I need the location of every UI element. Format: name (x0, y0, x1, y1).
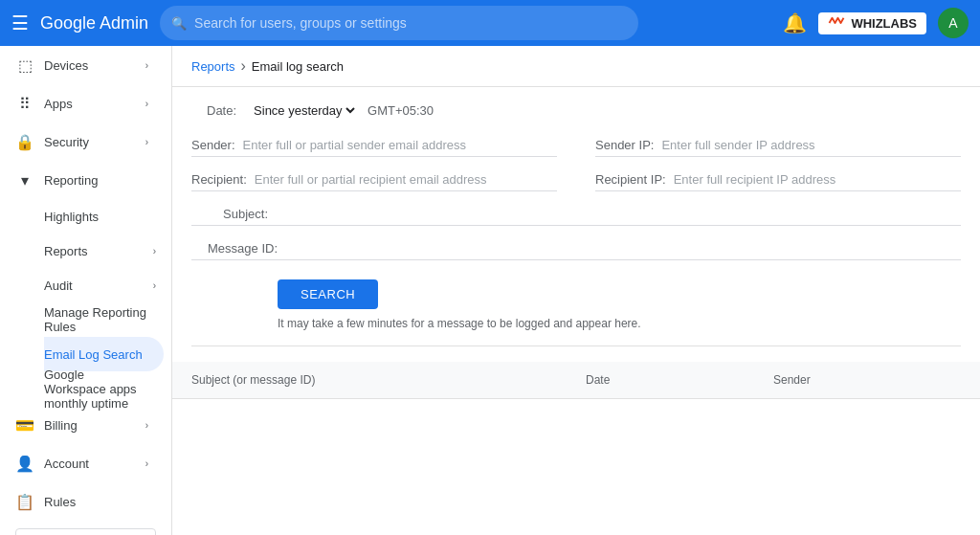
results-divider (191, 346, 961, 346)
bell-icon[interactable]: 🔔 (783, 11, 807, 34)
whizlabs-label: WHIZLABS (851, 16, 917, 31)
main-content: Reports › Email log search Date: Since y… (172, 46, 980, 535)
sender-ip-field: Sender IP: (595, 138, 961, 157)
recipient-input[interactable] (255, 172, 557, 187)
breadcrumb-parent[interactable]: Reports (191, 59, 235, 74)
security-icon: 🔒 (15, 133, 34, 151)
sidebar-item-devices[interactable]: ⬚ Devices › (0, 46, 164, 84)
sidebar-item-reporting[interactable]: ▾ Reporting (0, 161, 164, 199)
date-row: Date: Since yesterday Last 7 days Last 3… (191, 102, 961, 119)
date-select[interactable]: Since yesterday Last 7 days Last 30 days… (250, 102, 358, 119)
reporting-icon: ▾ (15, 171, 34, 189)
chevron-right-icon: › (153, 246, 156, 256)
date-label: Date: (207, 103, 236, 118)
sidebar: ⬚ Devices › ⠿ Apps › 🔒 Security › ▾ Repo… (0, 46, 172, 535)
date-dropdown[interactable]: Since yesterday Last 7 days Last 30 days… (250, 102, 358, 119)
recipient-label: Recipient: (191, 172, 247, 187)
breadcrumb-separator: › (241, 57, 246, 75)
recipient-ip-label: Recipient IP: (595, 172, 666, 187)
rules-icon: 📋 (15, 493, 34, 511)
results-header: Subject (or message ID) Date Sender (172, 362, 980, 399)
devices-icon: ⬚ (15, 56, 34, 75)
timezone-label: GMT+05:30 (368, 103, 434, 118)
sidebar-item-highlights[interactable]: Highlights (44, 199, 164, 234)
email-log-form: Date: Since yesterday Last 7 days Last 3… (172, 87, 980, 362)
subject-row: Subject: (191, 207, 961, 226)
chevron-right-icon: › (145, 99, 148, 109)
sender-label: Sender: (191, 138, 235, 152)
col-subject-header: Subject (or message ID) (191, 373, 567, 387)
chevron-right-icon: › (145, 137, 148, 147)
show-less-button[interactable]: Show less (15, 528, 156, 535)
chevron-right-icon: › (145, 458, 148, 469)
recipient-field-group: Recipient: (191, 172, 557, 191)
breadcrumb: Reports › Email log search (172, 46, 980, 87)
sidebar-item-reports[interactable]: Reports › (44, 234, 164, 268)
recipient-ip-field: Recipient IP: (595, 172, 961, 191)
sender-field: Sender: (191, 138, 557, 157)
search-icon: 🔍 (171, 16, 187, 31)
account-icon: 👤 (15, 455, 34, 473)
col-date-header: Date (567, 373, 773, 387)
search-hint: It may take a few minutes for a message … (278, 317, 961, 330)
sender-input[interactable] (243, 138, 557, 152)
sidebar-item-account[interactable]: 👤 Account › (0, 444, 164, 482)
message-id-row: Message ID: (191, 241, 961, 260)
sidebar-item-manage-reporting-rules[interactable]: Manage Reporting Rules (44, 302, 164, 337)
message-id-input[interactable] (285, 241, 961, 256)
apps-icon: ⠿ (15, 95, 34, 113)
whizlabs-badge: WHIZLABS (818, 12, 926, 34)
sender-ip-input[interactable] (661, 138, 961, 152)
search-bar[interactable]: 🔍 (160, 6, 638, 40)
menu-icon[interactable]: ☰ (11, 11, 29, 34)
whizlabs-logo-icon (828, 16, 845, 30)
message-id-label: Message ID: (191, 241, 278, 256)
header-actions: 🔔 WHIZLABS A (783, 8, 969, 38)
logo-text: Google Admin (40, 13, 148, 33)
user-avatar[interactable]: A (938, 8, 969, 38)
sidebar-item-apps[interactable]: ⠿ Apps › (0, 84, 164, 123)
main-layout: ⬚ Devices › ⠿ Apps › 🔒 Security › ▾ Repo… (0, 46, 980, 535)
sidebar-item-google-workspace-apps[interactable]: Google Workspace apps monthly uptime (44, 371, 164, 406)
sidebar-item-billing[interactable]: 💳 Billing › (0, 406, 164, 444)
sidebar-item-rules[interactable]: 📋 Rules (0, 482, 164, 521)
recipient-ip-input[interactable] (674, 172, 961, 187)
sender-ip-label: Sender IP: (595, 138, 654, 152)
sidebar-item-audit[interactable]: Audit › (44, 268, 164, 302)
recipient-ip-field-group: Recipient IP: (595, 172, 961, 191)
col-sender-header: Sender (773, 373, 961, 387)
recipient-row: Recipient: Recipient IP: (191, 172, 961, 191)
chevron-right-icon: › (145, 420, 148, 431)
reporting-subnav: Highlights Reports › Audit › Manage Repo… (0, 199, 171, 406)
app-logo: Google Admin (40, 13, 148, 33)
sender-field-group: Sender: (191, 138, 557, 157)
subject-input[interactable] (276, 207, 961, 221)
sender-row: Sender: Sender IP: (191, 138, 961, 157)
chevron-right-icon: › (145, 60, 148, 71)
sender-ip-field-group: Sender IP: (595, 138, 961, 157)
breadcrumb-current: Email log search (252, 59, 344, 74)
subject-label: Subject: (191, 207, 268, 221)
search-button[interactable]: SEARCH (278, 279, 378, 309)
sidebar-item-security[interactable]: 🔒 Security › (0, 123, 164, 161)
app-header: ☰ Google Admin 🔍 🔔 WHIZLABS A (0, 0, 980, 46)
search-input[interactable] (194, 15, 627, 31)
billing-icon: 💳 (15, 416, 34, 435)
chevron-right-icon: › (153, 280, 156, 291)
recipient-field: Recipient: (191, 172, 557, 191)
